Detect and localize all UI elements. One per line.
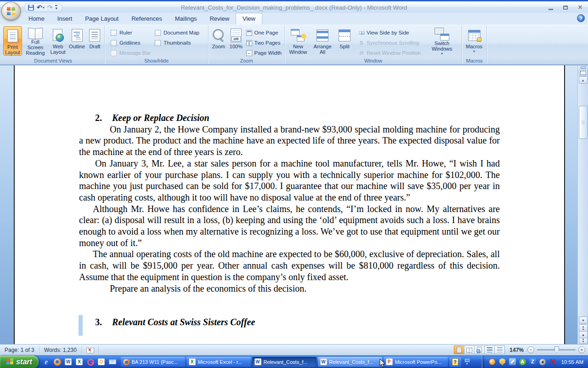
windows-flag-icon <box>6 358 14 365</box>
internet-explorer-icon[interactable]: e <box>42 357 51 366</box>
switch-windows-button[interactable]: Switch Windows ▾ <box>428 26 456 56</box>
print-layout-button[interactable]: Print Layout <box>3 26 22 56</box>
full-screen-reading-view-button[interactable] <box>464 345 475 354</box>
tray-agent-icon[interactable] <box>488 358 496 366</box>
taskbar-button-word-2[interactable]: W Relevant_Costs_f... <box>318 357 382 367</box>
firefox-icon[interactable] <box>53 357 62 366</box>
paragraph[interactable]: On January 2, the Howe Company installed… <box>79 124 500 158</box>
checkbox-thumbnails[interactable]: Thumbnails <box>155 38 205 48</box>
taskbar-button-word-1[interactable]: W Relevant_Costs_f... <box>252 357 317 367</box>
zoom-slider-track[interactable] <box>537 349 576 351</box>
office-button[interactable] <box>1 2 21 20</box>
one-page-button[interactable]: One Page <box>245 28 283 38</box>
split-button[interactable]: Split <box>335 26 354 56</box>
draft-button[interactable]: Draft <box>87 26 103 56</box>
outlook-letter: O <box>98 358 105 365</box>
word-quicklaunch-icon[interactable]: W <box>64 357 73 366</box>
document-text[interactable]: 2. Keep or Replace Decision On January 2… <box>79 112 500 328</box>
full-screen-reading-button[interactable]: Full Screen Reading <box>22 26 49 56</box>
next-page-button[interactable]: ▼▼ <box>579 338 588 344</box>
draft-label: Draft <box>89 44 100 49</box>
split-handle[interactable] <box>580 66 586 69</box>
taskbar-button-powerpoint[interactable]: P Microsoft PowerPo... <box>384 357 448 367</box>
outline-button[interactable]: Outline <box>67 26 86 56</box>
web-layout-view-button[interactable] <box>474 345 485 354</box>
zoom-out-button[interactable]: − <box>527 346 534 353</box>
view-side-by-side-icon: ❏❏ <box>358 31 364 35</box>
section-2-title: Keep or Replace Decision <box>112 112 209 124</box>
page-count-status[interactable]: Page: 1 of 3 <box>0 346 40 354</box>
tab-references[interactable]: References <box>125 13 168 24</box>
tab-review[interactable]: Review <box>203 13 236 24</box>
excel-quicklaunch-icon[interactable]: X <box>75 357 84 366</box>
tray-antivirus-icon[interactable]: A <box>519 358 526 366</box>
macros-button[interactable]: Macros ▾ <box>464 26 485 56</box>
tab-insert[interactable]: Insert <box>51 13 79 24</box>
checkbox-document-map[interactable]: Document Map <box>155 28 205 38</box>
zoom-button[interactable]: Zoom <box>210 26 227 56</box>
checkbox-ruler[interactable]: Ruler <box>111 28 155 38</box>
paragraph[interactable]: On January 3, Mr. Lee, a star sales pers… <box>79 158 500 203</box>
zoom-slider-thumb[interactable] <box>554 346 559 353</box>
screen: ↶▾ ↷ ▾ Relevant_Costs_for_Decision_makin… <box>0 0 588 368</box>
view-ruler-toggle-button[interactable] <box>579 69 588 76</box>
arrange-all-button[interactable]: Arrange All <box>310 26 335 56</box>
web-layout-button[interactable]: Web Layout <box>49 26 68 56</box>
mail-icon[interactable] <box>108 357 117 366</box>
tab-mailings[interactable]: Mailings <box>169 13 204 24</box>
key-glyph-icon <box>87 358 94 366</box>
taskbar-button-excel[interactable]: X Microsoft Excel - r... <box>187 357 251 367</box>
page-width-button[interactable]: ↔Page Width <box>245 48 283 58</box>
ribbon: Print Layout Full Screen Reading Web Lay… <box>0 24 588 65</box>
web-layout-label: Web Layout <box>50 44 67 55</box>
paragraph[interactable]: The annual operating costs of the old ma… <box>79 248 500 282</box>
paragraph[interactable]: Prepare an analysis of the economics of … <box>79 283 500 294</box>
two-pages-button[interactable]: Two Pages <box>245 38 283 48</box>
new-window-button[interactable]: New Window <box>286 26 310 56</box>
document-page[interactable]: 2. Keep or Replace Decision On January 2… <box>14 65 565 345</box>
scroll-down-button[interactable]: ▼ <box>579 316 588 324</box>
restore-icon <box>563 6 568 10</box>
start-button[interactable]: start <box>0 356 39 368</box>
tray-novell-icon[interactable]: N <box>549 358 556 366</box>
tray-z-app-icon[interactable]: Z <box>529 358 536 366</box>
paragraph[interactable]: Although Mr. Howe has confidence in Lee’… <box>79 203 500 249</box>
proofing-status-button[interactable]: × <box>82 346 99 354</box>
tab-home[interactable]: Home <box>22 13 51 24</box>
tray-shield-icon[interactable] <box>498 358 506 366</box>
zoom-in-button[interactable]: + <box>578 346 585 353</box>
minimize-button[interactable] <box>547 4 555 11</box>
section-2-heading[interactable]: 2. Keep or Replace Decision <box>79 112 500 124</box>
taskbar-button-firefox[interactable]: BA 213 W11 (Pasc... <box>121 357 185 367</box>
excel-letter: X <box>189 358 196 365</box>
macros-label: Macros <box>466 44 482 49</box>
zoom-100-button[interactable]: 100 100% <box>227 26 245 56</box>
scroll-up-button[interactable]: ▲ <box>579 76 588 84</box>
tab-page-layout[interactable]: Page Layout <box>79 13 125 24</box>
password-key-icon[interactable] <box>86 357 95 366</box>
zoom-level[interactable]: 147% <box>509 347 524 353</box>
outline-view-button[interactable] <box>484 345 495 354</box>
help-button[interactable]: ? <box>577 14 585 22</box>
vertical-scrollbar[interactable]: ▲ ▼ ▲▲ ● ▼▼ <box>577 65 588 345</box>
previous-page-button[interactable]: ▲▲ <box>579 324 588 332</box>
zoom-slider: − + <box>527 346 585 353</box>
clock[interactable]: 10:55 AM <box>561 359 583 365</box>
tab-view[interactable]: View <box>236 13 262 24</box>
outlook-icon[interactable]: O <box>97 357 106 366</box>
scrollbar-thumb[interactable] <box>579 106 588 139</box>
taskbar-help-button[interactable]: ? <box>449 357 461 367</box>
tray-volume-icon[interactable] <box>539 358 546 366</box>
checkbox-gridlines[interactable]: Gridlines <box>111 38 155 48</box>
group-label-show-hide: Show/Hide <box>105 58 208 63</box>
print-layout-view-button[interactable] <box>454 345 464 354</box>
outline-view-icon <box>487 347 492 352</box>
draft-view-button[interactable] <box>494 345 505 354</box>
view-side-by-side-button[interactable]: ❏❏View Side by Side <box>357 28 428 38</box>
close-button[interactable]: × <box>576 4 584 11</box>
tray-tools-icon[interactable] <box>509 358 516 366</box>
section-3-heading[interactable]: 3. Relevant Costs at Swiss Sisters Coffe… <box>79 316 500 328</box>
word-count-status[interactable]: Words: 1,230 <box>40 346 82 354</box>
taskbar-group-chevron-button[interactable]: ▾ <box>463 357 472 367</box>
restore-button[interactable] <box>561 4 570 11</box>
